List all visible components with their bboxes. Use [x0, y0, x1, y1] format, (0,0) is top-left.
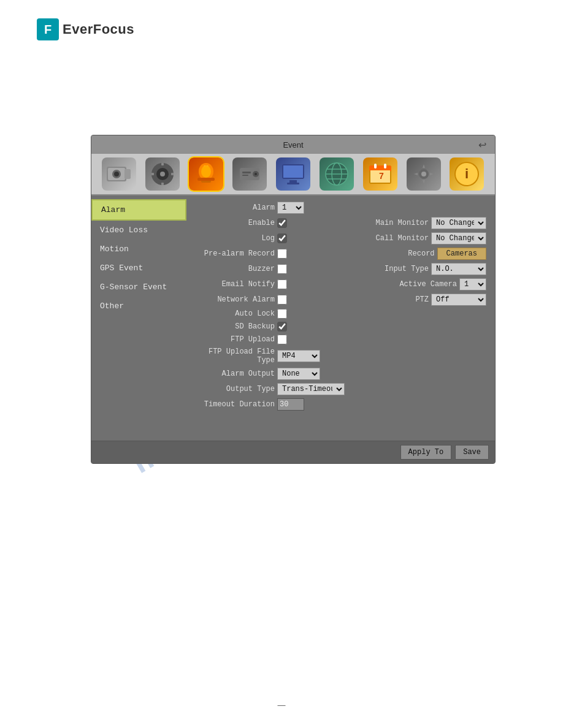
output-type-select[interactable]: Trans-TimeoutLatched: [277, 383, 345, 395]
sidebar-item-video-loss[interactable]: Video Loss: [91, 221, 186, 240]
svg-rect-27: [287, 183, 299, 184]
save-button[interactable]: Save: [455, 445, 489, 460]
output-type-row: Output Type Trans-TimeoutLatched: [195, 383, 486, 395]
sd-backup-row: SD Backup: [195, 322, 486, 332]
alarm-output-label: Alarm Output: [195, 370, 275, 378]
main-monitor-select[interactable]: No ChangeFullQuad: [431, 217, 486, 229]
buzzer-row: Buzzer Input Type N.O.N.C.: [195, 263, 486, 275]
call-monitor-label: Call Monitor: [364, 234, 429, 243]
email-notify-checkbox[interactable]: [277, 279, 287, 289]
svg-rect-10: [151, 173, 154, 175]
dialog-title: Event: [111, 140, 475, 150]
bottom-bar: Apply To Save: [91, 441, 495, 463]
svg-rect-13: [161, 183, 164, 185]
back-button[interactable]: ↩: [475, 138, 489, 151]
svg-rect-38: [374, 164, 377, 169]
svg-rect-39: [384, 164, 386, 169]
main-monitor-label: Main Monitor: [364, 219, 429, 227]
ftp-file-type-select[interactable]: MP4AVI: [277, 350, 320, 362]
svg-rect-25: [283, 165, 303, 178]
timeout-duration-input[interactable]: [277, 398, 304, 411]
dialog-content: Alarm Video Loss Motion GPS Event G-Sens…: [91, 195, 495, 441]
call-monitor-select[interactable]: No ChangeFullQuad: [431, 232, 486, 245]
auto-lock-row: Auto Lock: [195, 309, 486, 319]
sidebar-item-other[interactable]: Other: [91, 297, 186, 316]
pre-alarm-label: Pre-alarm Record: [195, 249, 275, 258]
log-checkbox[interactable]: [277, 233, 287, 243]
alarm-label: Alarm: [195, 203, 275, 212]
apply-to-button[interactable]: Apply To: [400, 445, 452, 460]
email-notify-row: Email Notify Active Camera 1234: [195, 278, 486, 290]
log-row: Log Call Monitor No ChangeFullQuad: [195, 232, 486, 245]
toolbar-network-icon[interactable]: [320, 157, 354, 191]
svg-rect-6: [124, 169, 131, 179]
toolbar-alarm-icon[interactable]: [189, 157, 223, 191]
svg-text:i: i: [465, 166, 469, 181]
network-alarm-checkbox[interactable]: [277, 295, 287, 305]
sidebar-item-g-sensor-event[interactable]: G-Sensor Event: [91, 278, 186, 297]
toolbar-hdd-icon[interactable]: [232, 157, 267, 191]
svg-point-17: [201, 165, 211, 178]
svg-text:7: 7: [379, 171, 384, 181]
svg-rect-22: [242, 172, 251, 173]
ftp-file-type-label: FTP Upload File Type: [195, 347, 275, 365]
sd-backup-checkbox[interactable]: [277, 322, 287, 332]
timeout-duration-row: Timeout Duration: [195, 398, 486, 411]
svg-rect-18: [197, 178, 215, 181]
alarm-output-row: Alarm Output None12: [195, 368, 486, 380]
sd-backup-label: SD Backup: [195, 322, 275, 331]
alarm-select[interactable]: 1234: [277, 202, 304, 214]
auto-lock-label: Auto Lock: [195, 309, 275, 318]
toolbar-film-icon[interactable]: [145, 157, 180, 191]
toolbar-settings-icon[interactable]: [407, 157, 441, 191]
alarm-row: Alarm 1234: [195, 202, 486, 214]
timeout-duration-label: Timeout Duration: [195, 400, 275, 409]
svg-rect-26: [289, 180, 297, 183]
icon-toolbar: 7 i: [91, 154, 495, 195]
ptz-select[interactable]: Off12: [431, 294, 486, 306]
toolbar-info-icon[interactable]: i: [450, 157, 484, 191]
pre-alarm-checkbox[interactable]: [277, 249, 287, 259]
svg-point-41: [421, 172, 426, 176]
main-panel: Alarm 1234 Enable Main Monitor No Change…: [186, 195, 495, 441]
buzzer-label: Buzzer: [195, 265, 275, 273]
buzzer-checkbox[interactable]: [277, 264, 287, 274]
output-type-label: Output Type: [195, 385, 275, 393]
sidebar: Alarm Video Loss Motion GPS Event G-Sens…: [91, 195, 186, 441]
sidebar-item-alarm[interactable]: Alarm: [91, 199, 186, 221]
ftp-file-type-row: FTP Upload File Type MP4AVI: [195, 347, 486, 365]
svg-point-21: [255, 173, 257, 175]
log-label: Log: [195, 234, 275, 243]
active-camera-label: Active Camera: [393, 280, 457, 289]
pre-alarm-row: Pre-alarm Record Record Cameras: [195, 248, 486, 260]
sidebar-item-motion[interactable]: Motion: [91, 240, 186, 259]
input-type-select[interactable]: N.O.N.C.: [431, 263, 486, 275]
logo-area: F EverFocus: [37, 18, 134, 40]
page-number: —: [278, 700, 286, 710]
input-type-label: Input Type: [364, 265, 429, 273]
cameras-button[interactable]: Cameras: [437, 248, 486, 260]
enable-row: Enable Main Monitor No ChangeFullQuad: [195, 217, 486, 229]
alarm-output-select[interactable]: None12: [277, 368, 320, 380]
toolbar-camera-icon[interactable]: [102, 157, 136, 191]
event-dialog: Event ↩: [91, 135, 496, 464]
ftp-upload-row: FTP Upload: [195, 335, 486, 344]
enable-checkbox[interactable]: [277, 218, 287, 228]
active-camera-select[interactable]: 1234: [459, 278, 486, 290]
sidebar-item-gps-event[interactable]: GPS Event: [91, 259, 186, 278]
toolbar-monitor-icon[interactable]: [276, 157, 310, 191]
ftp-upload-label: FTP Upload: [195, 335, 275, 344]
logo-text: EverFocus: [63, 21, 134, 37]
svg-text:F: F: [44, 23, 52, 36]
svg-rect-23: [242, 175, 248, 176]
auto-lock-checkbox[interactable]: [277, 309, 287, 319]
svg-rect-11: [171, 173, 174, 175]
dialog-titlebar: Event ↩: [91, 135, 495, 154]
svg-rect-12: [161, 163, 164, 165]
toolbar-calendar-icon[interactable]: 7: [363, 157, 397, 191]
network-alarm-row: Network Alarm PTZ Off12: [195, 294, 486, 306]
svg-point-9: [160, 172, 165, 176]
everfocus-logo-icon: F: [37, 18, 59, 40]
ftp-upload-checkbox[interactable]: [277, 335, 287, 344]
ptz-label: PTZ: [364, 295, 429, 304]
